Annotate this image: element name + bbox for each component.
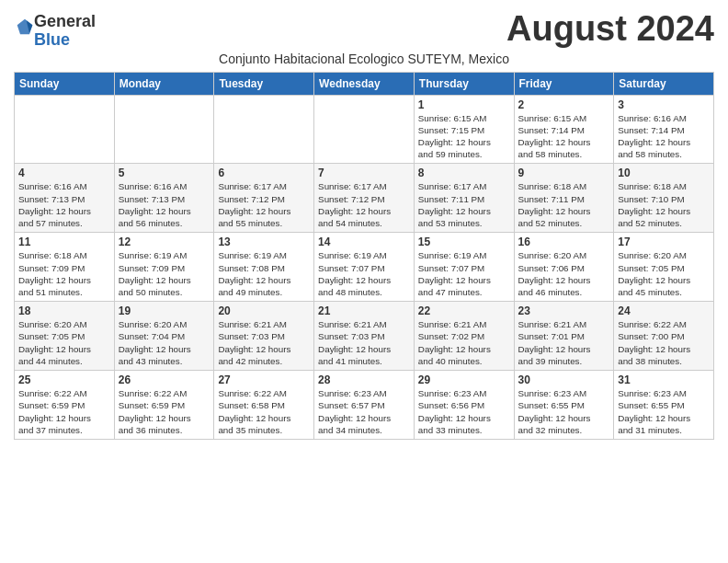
day-number: 23 [518, 304, 610, 317]
calendar-cell: 15Sunrise: 6:19 AMSunset: 7:07 PMDayligh… [414, 233, 514, 302]
day-number: 2 [518, 98, 610, 111]
calendar-cell: 22Sunrise: 6:21 AMSunset: 7:02 PMDayligh… [414, 302, 514, 371]
day-info: Sunrise: 6:21 AMSunset: 7:03 PMDaylight:… [218, 318, 310, 367]
month-title: August 2024 [506, 9, 714, 49]
day-info: Sunrise: 6:18 AMSunset: 7:10 PMDaylight:… [618, 180, 710, 229]
day-info: Sunrise: 6:19 AMSunset: 7:07 PMDaylight:… [418, 249, 510, 298]
day-info: Sunrise: 6:23 AMSunset: 6:56 PMDaylight:… [418, 387, 510, 436]
day-number: 22 [418, 304, 510, 317]
day-number: 8 [418, 167, 510, 179]
day-number: 12 [119, 236, 210, 248]
calendar-cell [15, 95, 115, 164]
calendar-cell: 30Sunrise: 6:23 AMSunset: 6:55 PMDayligh… [514, 371, 614, 440]
day-info: Sunrise: 6:22 AMSunset: 6:59 PMDaylight:… [18, 387, 110, 436]
day-info: Sunrise: 6:20 AMSunset: 7:05 PMDaylight:… [18, 318, 110, 367]
calendar-cell [314, 95, 415, 164]
day-number: 28 [318, 373, 410, 386]
day-header-friday: Friday [514, 72, 614, 95]
page-header: General Blue August 2024 [14, 9, 714, 50]
logo-blue: Blue [34, 31, 96, 50]
day-info: Sunrise: 6:17 AMSunset: 7:12 PMDaylight:… [218, 180, 310, 229]
day-number: 21 [318, 304, 410, 317]
day-info: Sunrise: 6:20 AMSunset: 7:05 PMDaylight:… [618, 249, 710, 298]
calendar-cell: 31Sunrise: 6:23 AMSunset: 6:55 PMDayligh… [614, 371, 714, 440]
day-header-wednesday: Wednesday [314, 72, 415, 95]
calendar-cell: 13Sunrise: 6:19 AMSunset: 7:08 PMDayligh… [214, 233, 314, 302]
day-info: Sunrise: 6:16 AMSunset: 7:14 PMDaylight:… [618, 112, 710, 161]
day-info: Sunrise: 6:15 AMSunset: 7:15 PMDaylight:… [418, 112, 510, 161]
day-number: 29 [418, 373, 510, 386]
day-info: Sunrise: 6:19 AMSunset: 7:09 PMDaylight:… [119, 249, 210, 298]
day-header-tuesday: Tuesday [214, 72, 314, 95]
calendar-cell [114, 95, 214, 164]
day-info: Sunrise: 6:16 AMSunset: 7:13 PMDaylight:… [119, 180, 210, 229]
calendar-cell [214, 95, 314, 164]
calendar-cell: 11Sunrise: 6:18 AMSunset: 7:09 PMDayligh… [15, 233, 115, 302]
calendar-cell: 8Sunrise: 6:17 AMSunset: 7:11 PMDaylight… [414, 164, 514, 233]
day-header-sunday: Sunday [15, 72, 115, 95]
calendar-cell: 12Sunrise: 6:19 AMSunset: 7:09 PMDayligh… [114, 233, 214, 302]
day-number: 15 [418, 236, 510, 248]
calendar-week-row: 25Sunrise: 6:22 AMSunset: 6:59 PMDayligh… [15, 371, 714, 440]
day-number: 6 [218, 167, 310, 179]
calendar-cell: 29Sunrise: 6:23 AMSunset: 6:56 PMDayligh… [414, 371, 514, 440]
day-number: 5 [119, 167, 210, 179]
day-info: Sunrise: 6:22 AMSunset: 6:58 PMDaylight:… [218, 387, 310, 436]
day-number: 9 [518, 167, 610, 179]
day-number: 25 [18, 373, 110, 386]
calendar-week-row: 4Sunrise: 6:16 AMSunset: 7:13 PMDaylight… [15, 164, 714, 233]
logo: General Blue [14, 13, 96, 50]
calendar-cell: 16Sunrise: 6:20 AMSunset: 7:06 PMDayligh… [514, 233, 614, 302]
calendar-cell: 27Sunrise: 6:22 AMSunset: 6:58 PMDayligh… [214, 371, 314, 440]
calendar-cell: 19Sunrise: 6:20 AMSunset: 7:04 PMDayligh… [114, 302, 214, 371]
day-number: 31 [618, 373, 710, 386]
day-info: Sunrise: 6:22 AMSunset: 6:59 PMDaylight:… [119, 387, 210, 436]
day-number: 17 [618, 236, 710, 248]
calendar-cell: 25Sunrise: 6:22 AMSunset: 6:59 PMDayligh… [15, 371, 115, 440]
day-info: Sunrise: 6:21 AMSunset: 7:01 PMDaylight:… [518, 318, 610, 367]
calendar-week-row: 11Sunrise: 6:18 AMSunset: 7:09 PMDayligh… [15, 233, 714, 302]
day-info: Sunrise: 6:23 AMSunset: 6:57 PMDaylight:… [318, 387, 410, 436]
calendar-cell: 14Sunrise: 6:19 AMSunset: 7:07 PMDayligh… [314, 233, 415, 302]
day-header-monday: Monday [114, 72, 214, 95]
calendar-cell: 28Sunrise: 6:23 AMSunset: 6:57 PMDayligh… [314, 371, 415, 440]
calendar-cell: 3Sunrise: 6:16 AMSunset: 7:14 PMDaylight… [614, 95, 714, 164]
calendar-subtitle: Conjunto Habitacional Ecologico SUTEYM, … [14, 52, 714, 66]
day-number: 19 [119, 304, 210, 317]
day-number: 11 [18, 236, 110, 248]
day-info: Sunrise: 6:17 AMSunset: 7:11 PMDaylight:… [418, 180, 510, 229]
day-info: Sunrise: 6:20 AMSunset: 7:06 PMDaylight:… [518, 249, 610, 298]
day-number: 7 [318, 167, 410, 179]
day-info: Sunrise: 6:20 AMSunset: 7:04 PMDaylight:… [119, 318, 210, 367]
day-info: Sunrise: 6:17 AMSunset: 7:12 PMDaylight:… [318, 180, 410, 229]
day-number: 10 [618, 167, 710, 179]
calendar-cell: 21Sunrise: 6:21 AMSunset: 7:03 PMDayligh… [314, 302, 415, 371]
calendar-cell: 9Sunrise: 6:18 AMSunset: 7:11 PMDaylight… [514, 164, 614, 233]
calendar-cell: 2Sunrise: 6:15 AMSunset: 7:14 PMDaylight… [514, 95, 614, 164]
day-number: 24 [618, 304, 710, 317]
calendar-cell: 1Sunrise: 6:15 AMSunset: 7:15 PMDaylight… [414, 95, 514, 164]
calendar-cell: 20Sunrise: 6:21 AMSunset: 7:03 PMDayligh… [214, 302, 314, 371]
day-info: Sunrise: 6:21 AMSunset: 7:02 PMDaylight:… [418, 318, 510, 367]
calendar-cell: 4Sunrise: 6:16 AMSunset: 7:13 PMDaylight… [15, 164, 115, 233]
logo-text: General Blue [34, 13, 96, 50]
day-number: 16 [518, 236, 610, 248]
day-info: Sunrise: 6:16 AMSunset: 7:13 PMDaylight:… [18, 180, 110, 229]
day-number: 18 [18, 304, 110, 317]
calendar-week-row: 18Sunrise: 6:20 AMSunset: 7:05 PMDayligh… [15, 302, 714, 371]
calendar-cell: 18Sunrise: 6:20 AMSunset: 7:05 PMDayligh… [15, 302, 115, 371]
calendar-cell: 6Sunrise: 6:17 AMSunset: 7:12 PMDaylight… [214, 164, 314, 233]
calendar-week-row: 1Sunrise: 6:15 AMSunset: 7:15 PMDaylight… [15, 95, 714, 164]
calendar-cell: 10Sunrise: 6:18 AMSunset: 7:10 PMDayligh… [614, 164, 714, 233]
calendar-cell: 24Sunrise: 6:22 AMSunset: 7:00 PMDayligh… [614, 302, 714, 371]
day-info: Sunrise: 6:22 AMSunset: 7:00 PMDaylight:… [618, 318, 710, 367]
day-info: Sunrise: 6:19 AMSunset: 7:07 PMDaylight:… [318, 249, 410, 298]
day-number: 3 [618, 98, 710, 111]
day-info: Sunrise: 6:18 AMSunset: 7:11 PMDaylight:… [518, 180, 610, 229]
calendar-cell: 17Sunrise: 6:20 AMSunset: 7:05 PMDayligh… [614, 233, 714, 302]
calendar-cell: 23Sunrise: 6:21 AMSunset: 7:01 PMDayligh… [514, 302, 614, 371]
day-header-thursday: Thursday [414, 72, 514, 95]
day-info: Sunrise: 6:23 AMSunset: 6:55 PMDaylight:… [518, 387, 610, 436]
day-number: 14 [318, 236, 410, 248]
day-info: Sunrise: 6:23 AMSunset: 6:55 PMDaylight:… [618, 387, 710, 436]
